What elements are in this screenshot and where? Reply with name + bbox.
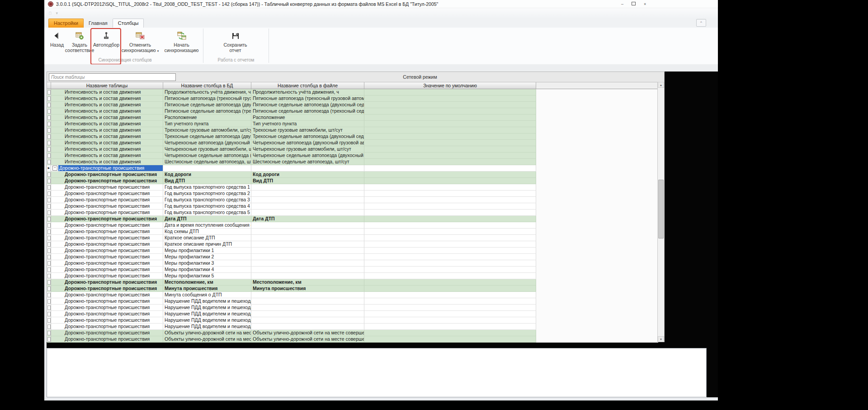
ribbon-group-label-sync: Синхронизация столбцов: [48, 57, 202, 62]
table-row[interactable]: Дорожно-транспортные происшествияМинута …: [47, 292, 658, 298]
cell-default-value: [364, 324, 536, 330]
table-row[interactable]: Интенсивность и состав движенияПродолжит…: [47, 89, 658, 95]
cell-table-name: Дорожно-транспортные происшествия: [51, 216, 163, 222]
row-marker-icon: [47, 312, 51, 316]
group-row[interactable]: ▶−Дорожно-транспортные происшествия: [47, 165, 658, 172]
set-correspondence-button[interactable]: Задать соответствие: [66, 29, 93, 53]
table-row[interactable]: Дорожно-транспортные происшествияКраткое…: [47, 235, 658, 241]
header-default-value: Значение по умолчанию: [364, 82, 536, 89]
table-row[interactable]: Интенсивность и состав движенияТип учетн…: [47, 121, 658, 127]
row-indicator-arrow: ▶: [47, 165, 51, 172]
cell-file-column: Продолжительность учёта движения, ч: [251, 89, 364, 95]
table-row[interactable]: Дорожно-транспортные происшествияНарушен…: [47, 298, 658, 305]
cell-db-column: Нарушение ПДД водителем и пешеходами 5: [163, 324, 251, 330]
table-row[interactable]: Интенсивность и состав движенияЧетырехос…: [47, 140, 658, 146]
table-cancel-icon: [135, 31, 145, 41]
table-row[interactable]: Дорожно-транспортные происшествияКраткое…: [47, 241, 658, 248]
scroll-up-arrow[interactable]: ▲: [658, 82, 664, 88]
tab-nastroyki[interactable]: Настройки: [48, 19, 84, 28]
cell-default-value: [364, 241, 536, 248]
cell-db-column: Продолжительность учёта движения, ч: [163, 89, 251, 95]
scrollbar-thumb[interactable]: [658, 180, 664, 238]
cell-db-column: Год выпуска транспортного средства 3: [163, 197, 251, 203]
vertical-scrollbar[interactable]: ▲ ▼: [657, 82, 664, 342]
table-row[interactable]: Интенсивность и состав движенияПятиосные…: [47, 102, 658, 108]
row-marker-icon: [47, 179, 51, 183]
back-button[interactable]: Назад: [48, 29, 66, 48]
cancel-sync-button[interactable]: Отменить синхронизацию ▾: [119, 29, 161, 54]
row-marker-icon: [47, 115, 51, 120]
collapse-toggle-icon[interactable]: −: [52, 166, 57, 171]
tab-glavnaya[interactable]: Главная: [84, 19, 113, 28]
minimize-button[interactable]: –: [621, 2, 623, 6]
table-row[interactable]: Дорожно-транспортные происшествияНарушен…: [47, 324, 658, 330]
table-row[interactable]: Дорожно-транспортные происшествияМеры пр…: [47, 254, 658, 260]
table-row[interactable]: Интенсивность и состав движенияШестиосны…: [47, 159, 658, 165]
row-marker-icon: [47, 128, 51, 133]
dropdown-caret-icon[interactable]: ▾: [157, 49, 159, 52]
table-row[interactable]: Дорожно-транспортные происшествияНарушен…: [47, 317, 658, 324]
cell-db-column: Четырехосные грузовые автомобили, шт/су: [163, 146, 251, 153]
start-sync-button[interactable]: Начать синхронизацию: [161, 29, 202, 53]
table-row[interactable]: Дорожно-транспортные происшествияГод вып…: [47, 210, 658, 216]
cell-table-name: Интенсивность и состав движения: [51, 159, 163, 165]
table-row[interactable]: Дорожно-транспортные происшествияДата и …: [47, 222, 658, 229]
table-row[interactable]: Интенсивность и состав движенияЧетырехос…: [47, 146, 658, 153]
cell-table-name: Дорожно-транспортные происшествия: [51, 330, 163, 336]
qat-customize-icon[interactable]: ▾: [56, 11, 58, 15]
qat-save-icon[interactable]: □: [49, 11, 51, 15]
tab-stolbtsy[interactable]: Столбцы: [113, 19, 144, 28]
cell-default-value: [364, 298, 536, 305]
row-indicator: [47, 146, 51, 153]
row-marker-icon: [47, 305, 51, 310]
row-indicator: [47, 330, 51, 336]
table-row[interactable]: Интенсивность и состав движенияПятиосные…: [47, 108, 658, 114]
row-marker-icon: [47, 122, 51, 126]
cell-default-value: [364, 305, 536, 311]
table-row[interactable]: Дорожно-транспортные происшествияМеры пр…: [47, 248, 658, 254]
table-row[interactable]: Дорожно-транспортные происшествияВид ДТП…: [47, 178, 658, 184]
table-row[interactable]: Дорожно-транспортные происшествияГод вып…: [47, 197, 658, 203]
table-row[interactable]: Дорожно-транспортные происшествияНарушен…: [47, 311, 658, 317]
cell-table-name: Интенсивность и состав движения: [51, 133, 163, 140]
close-button[interactable]: ×: [644, 2, 646, 6]
table-row[interactable]: Дорожно-транспортные происшествияГод вып…: [47, 203, 658, 210]
cell-db-column: Трехосные грузовые автомобили, шт/сут: [163, 127, 251, 133]
cell-file-column: Расположение: [251, 114, 364, 121]
row-marker-icon: [47, 280, 51, 285]
collapse-ribbon-button[interactable]: ^: [696, 19, 706, 27]
table-row[interactable]: Дорожно-транспортные происшествияДата ДТ…: [47, 216, 658, 222]
table-row[interactable]: Интенсивность и состав движенияТрехосные…: [47, 133, 658, 140]
table-row[interactable]: Интенсивность и состав движенияРасположе…: [47, 114, 658, 121]
scroll-down-arrow[interactable]: ▼: [658, 336, 664, 342]
table-row[interactable]: Интенсивность и состав движенияПятиосные…: [47, 95, 658, 102]
search-input[interactable]: [49, 73, 176, 81]
table-row[interactable]: Дорожно-транспортные происшествияМеры пр…: [47, 267, 658, 273]
row-marker-icon: [47, 103, 51, 107]
table-row[interactable]: Дорожно-транспортные происшествияКод дор…: [47, 172, 658, 178]
maximize-button[interactable]: [632, 2, 636, 6]
row-indicator: [47, 222, 51, 229]
autofit-button[interactable]: Автоподбор: [93, 29, 119, 48]
table-row[interactable]: Дорожно-транспортные происшествияГод вып…: [47, 184, 658, 191]
table-row[interactable]: Дорожно-транспортные происшествияНарушен…: [47, 305, 658, 311]
row-marker-icon: [47, 90, 51, 95]
table-row[interactable]: Дорожно-транспортные происшествияКод схе…: [47, 229, 658, 235]
table-row[interactable]: Дорожно-транспортные происшествияМеры пр…: [47, 273, 658, 279]
cell-file-column: [251, 191, 364, 197]
table-row[interactable]: Интенсивность и состав движенияТрехосные…: [47, 127, 658, 133]
cell-file-column: [251, 248, 364, 254]
table-row[interactable]: Дорожно-транспортные происшествияМеры пр…: [47, 260, 658, 267]
cell-default-value: [364, 267, 536, 273]
table-row[interactable]: Интенсивность и состав движенияЧетырехос…: [47, 153, 658, 159]
cell-default-value: [364, 330, 536, 336]
table-row[interactable]: Дорожно-транспортные происшествияМинута …: [47, 286, 658, 292]
cell-db-column: Год выпуска транспортного средства 5: [163, 210, 251, 216]
table-row[interactable]: Дорожно-транспортные происшествияГод вып…: [47, 191, 658, 197]
table-row[interactable]: Дорожно-транспортные происшествияОбъекты…: [47, 336, 658, 343]
table-row[interactable]: Дорожно-транспортные происшествияОбъекты…: [47, 330, 658, 336]
cell-table-name: Дорожно-транспортные происшествия: [51, 292, 163, 298]
table-row[interactable]: Дорожно-транспортные происшествияМестопо…: [47, 279, 658, 286]
cell-db-column: Дата ДТП: [163, 216, 251, 222]
save-report-button[interactable]: Сохранить отчет: [218, 29, 252, 53]
